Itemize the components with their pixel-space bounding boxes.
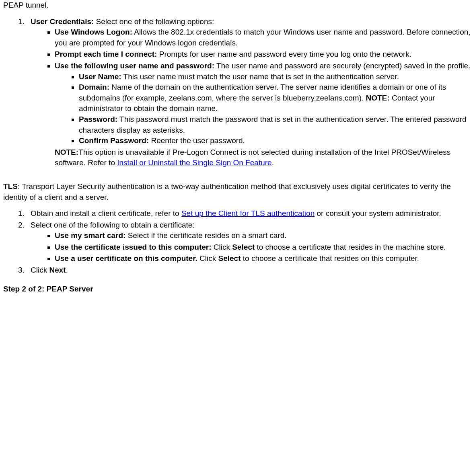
next-bold: Next	[49, 266, 66, 274]
note-block: NOTE:This option is unavailable if Pre-L…	[55, 147, 472, 168]
cert-sublist: Use my smart card: Select if the certifi…	[31, 230, 472, 264]
subsub-domain: Domain: Name of the domain on the authen…	[79, 82, 472, 114]
tls-item2: Select one of the following to obtain a …	[27, 220, 472, 264]
tls-paragraph: TLS: Transport Layer Security authentica…	[3, 181, 472, 203]
use-following-text: The user name and password are securely …	[214, 62, 470, 70]
user-credentials-text: Select one of the following options:	[94, 17, 214, 26]
subsub-password: Password: This password must match the p…	[79, 114, 472, 135]
smartcard-label: Use my smart card:	[55, 231, 125, 240]
step2-heading: Step 2 of 2: PEAP Server	[3, 284, 472, 295]
smartcard-text: Select if the certificate resides on a s…	[125, 231, 286, 240]
note-text2: .	[272, 158, 274, 167]
sub-prompt-connect: Prompt each time I connect: Prompts for …	[55, 49, 472, 60]
windows-logon-label: Use Windows Logon:	[55, 28, 132, 36]
user-credentials-list: User Credentials: Select one of the foll…	[3, 16, 472, 168]
subsub-username: User Name: This user name must match the…	[79, 72, 472, 82]
select-bold2: Select	[218, 254, 241, 263]
tls-label: TLS	[3, 182, 18, 191]
credentials-sublist: Use Windows Logon: Allows the 802.1x cre…	[31, 27, 472, 146]
intro-text: PEAP tunnel.	[3, 0, 472, 11]
use-following-label: Use the following user name and password…	[55, 62, 214, 70]
tls-client-link[interactable]: Set up the Client for TLS authentication	[181, 209, 315, 217]
select-bold1: Select	[232, 243, 255, 251]
cert-user-cert: Use a user certificate on this computer.…	[55, 253, 472, 264]
click-next-text2: .	[66, 266, 68, 274]
cert-smartcard: Use my smart card: Select if the certifi…	[55, 230, 472, 241]
user-credentials-label: User Credentials:	[31, 17, 94, 26]
confirm-password-text: Reenter the user password.	[149, 136, 245, 145]
user-cert-label: Use a user certificate on this computer.	[55, 254, 197, 263]
confirm-password-label: Confirm Password:	[79, 136, 149, 145]
prompt-connect-text: Prompts for user name and password every…	[157, 50, 411, 58]
user-cert-text2: to choose a certificate that resides on …	[241, 254, 419, 263]
tls-item2-text: Select one of the following to obtain a …	[31, 221, 195, 229]
tls-item1-text1: Obtain and install a client certificate,…	[31, 209, 181, 217]
tls-list: Obtain and install a client certificate,…	[3, 208, 472, 276]
credentials-subsub-list: User Name: This user name must match the…	[55, 72, 472, 146]
username-label: User Name:	[79, 72, 121, 81]
prompt-connect-label: Prompt each time I connect:	[55, 50, 157, 58]
tls-item1-text2: or consult your system administrator.	[315, 209, 441, 217]
cert-computer-issued: Use the certificate issued to this compu…	[55, 242, 472, 253]
computer-issued-text2: to choose a certificate that resides in …	[255, 243, 446, 251]
note-label: NOTE:	[55, 148, 78, 156]
list1-item1: User Credentials: Select one of the foll…	[27, 16, 472, 168]
sso-link[interactable]: Install or Uninstall the Single Sign On …	[117, 158, 271, 167]
tls-text: : Transport Layer Security authenticatio…	[3, 182, 451, 201]
domain-note-label: NOTE:	[366, 94, 390, 102]
tls-item3: Click Next.	[27, 265, 472, 276]
password-text: This password must match the password th…	[79, 115, 467, 134]
computer-issued-label: Use the certificate issued to this compu…	[55, 243, 212, 251]
computer-issued-text1: Click	[212, 243, 232, 251]
domain-label: Domain:	[79, 83, 109, 91]
password-label: Password:	[79, 115, 117, 123]
user-cert-text1: Click	[197, 254, 218, 263]
username-text: This user name must match the user name …	[121, 72, 399, 81]
subsub-confirm-password: Confirm Password: Reenter the user passw…	[79, 135, 472, 146]
click-next-text1: Click	[31, 266, 49, 274]
tls-item1: Obtain and install a client certificate,…	[27, 208, 472, 219]
sub-windows-logon: Use Windows Logon: Allows the 802.1x cre…	[55, 27, 472, 48]
sub-use-following: Use the following user name and password…	[55, 61, 472, 146]
